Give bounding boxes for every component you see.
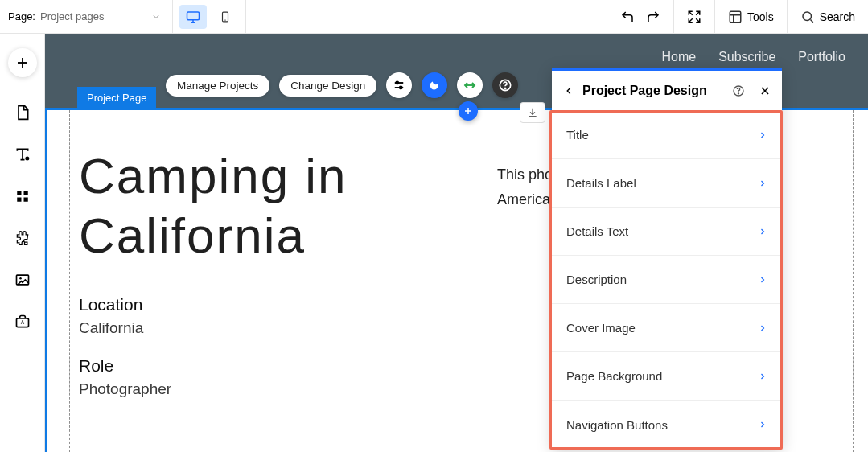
design-panel: Project Page Design Title Details Label … [552, 68, 782, 449]
panel-item-navigation-buttons[interactable]: Navigation Buttons [552, 401, 782, 449]
panel-item-cover-image[interactable]: Cover Image [552, 304, 782, 352]
selection-tag[interactable]: Project Page [77, 87, 156, 109]
undo-button[interactable] [620, 10, 635, 24]
element-toolbar: Manage Projects Change Design [166, 72, 518, 98]
panel-item-description[interactable]: Description [552, 256, 782, 304]
redo-button[interactable] [646, 10, 660, 24]
chevron-right-icon [758, 372, 767, 381]
nav-link-home[interactable]: Home [661, 50, 696, 64]
nav-link-portfolio[interactable]: Portfolio [798, 50, 845, 64]
help-icon[interactable] [492, 72, 518, 98]
add-section-button[interactable] [459, 101, 478, 121]
svg-point-22 [19, 277, 22, 280]
layout-icon [728, 10, 743, 24]
svg-rect-20 [23, 198, 27, 202]
panel-help-icon[interactable] [732, 84, 745, 97]
page-selector-value: Project pages [40, 10, 105, 23]
panel-item-title[interactable]: Title [552, 111, 782, 159]
page-selector[interactable]: Page: Project pages [0, 0, 173, 33]
chevron-right-icon [758, 420, 767, 429]
page-selector-label: Page: [8, 10, 35, 23]
top-bar: Page: Project pages [0, 0, 868, 34]
svg-point-31 [505, 88, 506, 88]
change-design-button[interactable]: Change Design [279, 75, 376, 97]
tools-label: Tools [747, 10, 774, 23]
device-toggle [173, 0, 246, 33]
svg-rect-0 [187, 12, 200, 20]
settings-toggle-icon[interactable] [386, 72, 412, 98]
svg-text:A: A [20, 319, 24, 325]
zoom-fit-button[interactable] [687, 10, 701, 24]
chevron-right-icon [758, 323, 767, 333]
svg-point-16 [25, 157, 29, 161]
selection-tag-label: Project Page [87, 92, 146, 104]
panel-title: Project Page Design [582, 84, 724, 98]
svg-rect-19 [17, 198, 21, 202]
stretch-icon[interactable] [457, 72, 483, 98]
mobile-view-button[interactable] [212, 5, 239, 29]
nav-link-subscribe[interactable]: Subscribe [718, 50, 775, 64]
desktop-view-button[interactable] [179, 5, 207, 29]
pages-icon[interactable] [13, 103, 32, 122]
svg-rect-17 [17, 191, 21, 195]
search-label: Search [820, 10, 855, 23]
download-icon[interactable] [520, 102, 545, 123]
svg-point-28 [400, 87, 402, 89]
panel-item-page-background[interactable]: Page Background [552, 352, 782, 401]
apps-icon[interactable] [13, 228, 32, 248]
guide-line-right [853, 110, 854, 452]
panel-item-details-label[interactable]: Details Label [552, 159, 782, 208]
chevron-right-icon [758, 275, 767, 285]
theme-icon[interactable] [13, 145, 32, 164]
add-element-button[interactable] [8, 48, 37, 77]
chevron-down-icon [151, 12, 161, 22]
selection-border-left [45, 110, 47, 452]
svg-point-12 [803, 12, 812, 21]
svg-point-26 [397, 82, 399, 84]
site-nav: Home Subscribe Portfolio [661, 50, 845, 64]
chevron-right-icon [758, 227, 767, 236]
tools-button[interactable]: Tools [728, 10, 774, 24]
manage-projects-button[interactable]: Manage Projects [166, 75, 269, 97]
guide-line-left [69, 110, 70, 452]
svg-point-36 [738, 92, 738, 93]
chevron-right-icon [758, 130, 767, 140]
business-icon[interactable]: A [13, 312, 32, 331]
chevron-right-icon [758, 179, 767, 188]
search-icon [800, 10, 815, 24]
svg-line-13 [810, 19, 812, 22]
svg-rect-18 [23, 191, 27, 195]
svg-rect-9 [730, 11, 741, 23]
media-icon[interactable] [13, 270, 32, 290]
sections-icon[interactable] [13, 187, 32, 206]
panel-close-button[interactable] [759, 85, 771, 97]
left-sidebar: A [0, 34, 45, 452]
design-brush-icon[interactable] [422, 72, 447, 98]
panel-back-button[interactable] [563, 85, 574, 97]
panel-item-details-text[interactable]: Details Text [552, 208, 782, 256]
search-button[interactable]: Search [800, 10, 855, 24]
